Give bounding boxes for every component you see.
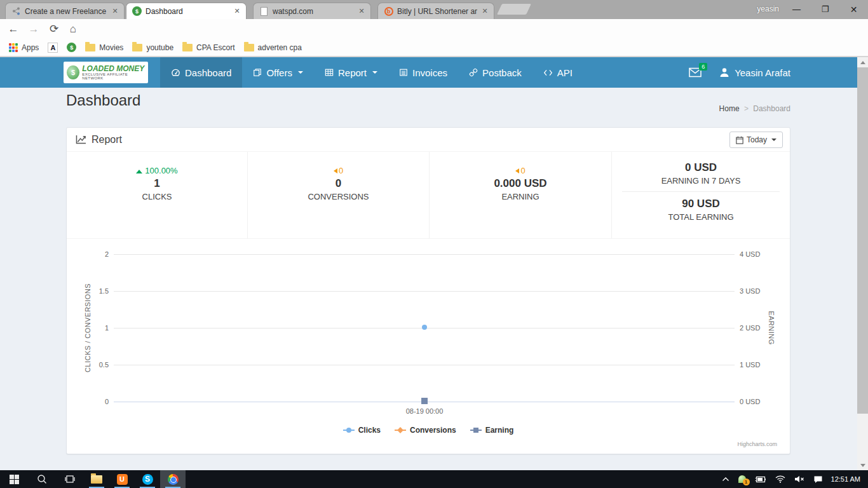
battery-status[interactable]: [750, 470, 771, 488]
system-tray: 1 12:51 AM: [717, 470, 868, 488]
page-icon: [259, 6, 269, 16]
stat-label: EARNING: [430, 192, 611, 201]
browser-tab-freelance[interactable]: Create a new Freelance P ✕: [5, 3, 125, 19]
legend-marker-clicks: [343, 427, 355, 433]
reload-icon[interactable]: ⟳: [46, 21, 62, 37]
wifi-status[interactable]: [771, 470, 790, 488]
legend-marker-earning: [470, 427, 482, 433]
menu-item-offers[interactable]: Offers: [242, 57, 314, 88]
tab-title: Create a new Freelance P: [25, 7, 107, 16]
scroll-up-icon[interactable]: [857, 57, 868, 67]
gridline: [114, 254, 735, 255]
panel-title: Report: [92, 134, 122, 146]
bookmark-folder-cpa-escort[interactable]: CPA Escort: [182, 43, 234, 52]
legend-item-earning[interactable]: Earning: [470, 426, 514, 435]
tray-expand-button[interactable]: [717, 470, 734, 488]
tray-notification-app[interactable]: 1: [734, 470, 750, 488]
menu-item-api[interactable]: API: [532, 57, 583, 88]
minimize-button[interactable]: —: [782, 0, 811, 18]
breadcrumb-home[interactable]: Home: [719, 104, 740, 113]
site-menu: Dashboard Offers Report Invoices Postbac…: [160, 57, 583, 88]
y-tick-left: 0: [83, 398, 109, 405]
apps-grid-icon: [9, 43, 18, 52]
mail-count-badge: 6: [699, 63, 707, 71]
legend-item-conversions[interactable]: Conversions: [395, 426, 456, 435]
bookmark-folder-adverten-cpa[interactable]: adverten cpa: [244, 43, 302, 52]
browser-tab-dashboard[interactable]: $ Dashboard ✕: [126, 3, 247, 19]
trend-flat-icon: [515, 168, 519, 173]
volume-status[interactable]: [790, 470, 809, 488]
menu-item-postback[interactable]: Postback: [458, 57, 532, 88]
taskbar-search-button[interactable]: [28, 470, 56, 488]
browser-tab-bitly[interactable]: b Bitly | URL Shortener and ✕: [377, 3, 494, 19]
taskbar-clock[interactable]: 12:51 AM: [827, 470, 868, 488]
forward-icon[interactable]: →: [25, 21, 42, 37]
bookmark-money-icon[interactable]: $: [67, 43, 76, 52]
browser-tab-watspd[interactable]: watspd.com ✕: [253, 3, 371, 19]
menu-item-dashboard[interactable]: Dashboard: [160, 57, 242, 88]
period-selector-button[interactable]: Today: [729, 132, 783, 148]
task-view-button[interactable]: [56, 470, 84, 488]
earning-data-point: [421, 398, 428, 404]
tab-close-icon[interactable]: ✕: [356, 7, 367, 15]
stat-value: 0.000 USD: [430, 177, 611, 190]
bookmark-folder-movies[interactable]: Movies: [85, 43, 123, 52]
action-center-button[interactable]: [809, 470, 827, 488]
stat-conversions: 0 0 CONVERSIONS: [248, 152, 430, 238]
tab-close-icon[interactable]: ✕: [480, 7, 490, 15]
close-button[interactable]: ✕: [839, 0, 868, 18]
highcharts-credit[interactable]: Highcharts.com: [737, 441, 777, 447]
battery-icon: [755, 475, 766, 483]
home-icon[interactable]: ⌂: [65, 21, 81, 37]
scroll-down-icon[interactable]: [857, 460, 868, 470]
tab-close-icon[interactable]: ✕: [110, 7, 120, 15]
breadcrumb-current: Dashboard: [753, 104, 790, 113]
back-icon[interactable]: ←: [5, 21, 22, 37]
browser-profile-name[interactable]: yeasin: [757, 4, 779, 13]
taskbar-uc-browser[interactable]: U: [109, 470, 135, 488]
restore-button[interactable]: ❐: [811, 0, 839, 18]
page-scrollbar[interactable]: [857, 57, 868, 470]
folder-icon: [244, 44, 254, 51]
money-bag-icon: $: [132, 6, 142, 16]
action-center-icon: [813, 475, 823, 484]
chart-legend: Clicks Conversions Earning: [67, 426, 790, 435]
user-menu[interactable]: Yeasin Arafat: [719, 67, 790, 78]
gridline: [114, 365, 735, 365]
share-icon: [11, 6, 21, 16]
tray-count-badge: 1: [743, 478, 750, 485]
stat-value: 1: [67, 177, 247, 190]
window-frame: Create a new Freelance P ✕ $ Dashboard ✕…: [0, 0, 868, 19]
y-tick-right: 3 USD: [740, 287, 760, 295]
menu-item-invoices[interactable]: Invoices: [388, 57, 458, 88]
tab-close-icon[interactable]: ✕: [232, 7, 242, 15]
brand-tagline: Exclusive Affiliate Network: [82, 72, 145, 80]
new-tab-button[interactable]: [497, 4, 531, 15]
tab-title: watspd.com: [273, 7, 354, 16]
stat-label: EARNING IN 7 DAYS: [612, 176, 790, 186]
legend-item-clicks[interactable]: Clicks: [343, 426, 381, 435]
stat-label: CLICKS: [67, 192, 247, 201]
scrollbar-thumb[interactable]: [857, 67, 868, 414]
gridline: [114, 291, 735, 292]
bookmark-folder-youtube[interactable]: youtube: [132, 43, 173, 52]
page-title: Dashboard: [66, 92, 140, 109]
messages-button[interactable]: 6: [689, 67, 702, 78]
taskbar-skype[interactable]: S: [135, 470, 160, 488]
taskbar-file-explorer[interactable]: [84, 470, 109, 488]
taskbar-chrome[interactable]: [160, 470, 186, 488]
folder-icon: [182, 44, 193, 51]
stats-row: 100.00% 1 CLICKS 0 0 CONVERSIONS 0 0.000…: [67, 152, 790, 239]
bookmark-a-icon[interactable]: A: [48, 43, 58, 53]
taskbar: U S 1 12:51 AM: [0, 470, 868, 488]
start-button[interactable]: [0, 470, 28, 488]
y-axis-title-left: CLICKS / CONVERSIONS: [84, 283, 92, 372]
file-explorer-icon: [91, 475, 102, 484]
menu-item-report[interactable]: Report: [314, 57, 388, 88]
site-logo[interactable]: $ LOADED MONEY Exclusive Affiliate Netwo…: [64, 62, 148, 83]
legend-marker-conversions: [395, 427, 406, 433]
y-axis-title-right: EARNING: [768, 311, 775, 345]
stat-value: 90 USD: [612, 198, 790, 210]
apps-shortcut[interactable]: Apps: [9, 43, 39, 52]
dashboard-icon: [171, 68, 180, 78]
